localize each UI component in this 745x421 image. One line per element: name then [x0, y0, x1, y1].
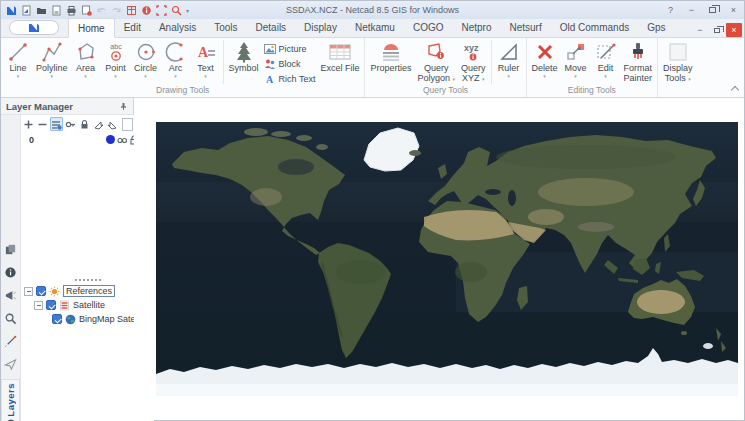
print-icon[interactable]	[65, 4, 77, 16]
symbol-button[interactable]: Symbol	[226, 39, 262, 73]
format-painter-button[interactable]: Format Painter	[621, 39, 656, 83]
megaphone-icon[interactable]	[2, 286, 20, 304]
group-label-editing-tools: Editing Tools	[529, 85, 656, 97]
tab-home[interactable]: Home	[68, 18, 115, 38]
query-xyz-button[interactable]: xyz Query XYZ ▾	[458, 39, 489, 83]
layer-color-dot[interactable]	[106, 135, 115, 144]
qat-dropdown-icon[interactable]: ▾	[185, 7, 189, 14]
zoom-region-icon[interactable]	[170, 4, 182, 16]
redo-icon[interactable]	[110, 4, 122, 16]
ruler-icon	[498, 41, 520, 63]
save-all-icon[interactable]	[80, 4, 92, 16]
properties-button[interactable]: Properties	[367, 39, 414, 73]
svg-text:xyz: xyz	[464, 43, 479, 53]
add-layer-icon[interactable]	[22, 117, 35, 131]
doc-minimize-button[interactable]: −	[692, 23, 708, 37]
query-polygon-button[interactable]: Query Polygon ▾	[414, 39, 458, 83]
app-menu-button[interactable]	[9, 20, 59, 35]
edit-button[interactable]: Edit ▾	[591, 39, 621, 79]
pin-icon[interactable]	[119, 97, 128, 115]
move-button[interactable]: Move ▾	[561, 39, 591, 79]
block-button[interactable]: Block	[264, 57, 316, 70]
block-icon	[264, 58, 276, 70]
tab-display[interactable]: Display	[295, 18, 346, 37]
tab-tools[interactable]: Tools	[205, 18, 246, 37]
point-icon: abc	[105, 41, 127, 63]
circle-button[interactable]: Circle ▾	[131, 39, 161, 79]
select-up-icon[interactable]	[92, 117, 105, 131]
point-button[interactable]: abc Point ▾	[101, 39, 131, 79]
tree-label[interactable]: Satellite	[73, 300, 105, 310]
copy-pages-icon[interactable]	[2, 240, 20, 258]
collapse-box-icon[interactable]	[24, 287, 33, 296]
svg-text:abc: abc	[110, 43, 122, 50]
area-button[interactable]: Area ▾	[71, 39, 101, 79]
close-button[interactable]: ×	[723, 1, 744, 19]
open-folder-icon[interactable]	[35, 4, 47, 16]
doc-restore-icon	[714, 28, 720, 33]
panel-splitter-handle[interactable]	[75, 279, 101, 281]
search-icon[interactable]	[2, 309, 20, 327]
tab-cogo[interactable]: COGO	[404, 18, 453, 37]
tab-details[interactable]: Details	[247, 18, 296, 37]
ruler-button[interactable]: Ruler ▾	[494, 39, 524, 79]
tab-gps[interactable]: Gps	[638, 18, 674, 37]
excel-file-button[interactable]: Excel File	[317, 39, 362, 73]
group-label-drawing-tools: Drawing Tools	[3, 85, 362, 97]
picture-button[interactable]: Picture	[264, 42, 316, 55]
minimize-button[interactable]: −	[681, 1, 702, 19]
undo-icon[interactable]	[95, 4, 107, 16]
table-icon[interactable]	[125, 4, 137, 16]
info-circle-icon[interactable]	[2, 263, 20, 281]
rich-text-button[interactable]: A Rich Text	[264, 72, 316, 85]
doc-restore-button[interactable]	[709, 23, 725, 37]
remove-layer-icon[interactable]	[36, 117, 49, 131]
info-icon[interactable]	[140, 4, 152, 16]
tab-edit[interactable]: Edit	[115, 18, 150, 37]
bingmap-checkbox[interactable]	[52, 314, 62, 324]
blank-box[interactable]	[122, 118, 133, 131]
satellite-checkbox[interactable]	[46, 300, 56, 310]
display-tools-icon	[667, 41, 689, 63]
tree-symbol-icon	[233, 41, 255, 63]
help-button[interactable]: ?	[660, 1, 681, 19]
new-file-icon[interactable]	[20, 4, 32, 16]
tab-analysis[interactable]: Analysis	[150, 18, 205, 37]
ribbon-separator	[223, 40, 224, 84]
lock-icon[interactable]	[78, 117, 91, 131]
references-checkbox[interactable]	[36, 286, 46, 296]
glasses-icon[interactable]	[117, 135, 127, 145]
move-icon	[565, 41, 587, 63]
tab-netpro[interactable]: Netpro	[452, 18, 500, 37]
text-button[interactable]: A Text ▾	[191, 39, 221, 79]
key-icon[interactable]	[64, 117, 77, 131]
arc-button[interactable]: Arc ▾	[161, 39, 191, 79]
sketch-icon[interactable]	[2, 332, 20, 350]
group-label-query-tools: Query Tools	[367, 85, 523, 97]
delete-button[interactable]: Delete ▾	[529, 39, 561, 79]
display-tools-button[interactable]: Display Tools ▾	[660, 39, 696, 83]
map-document-area	[134, 98, 744, 420]
tree-label[interactable]: References	[63, 285, 115, 297]
save-icon[interactable]	[50, 4, 62, 16]
layer-manager-title: Layer Manager	[6, 101, 119, 112]
netcad-logo-icon[interactable]	[5, 4, 17, 16]
restore-button[interactable]	[702, 1, 723, 19]
doc-close-button[interactable]: ×	[726, 23, 742, 37]
line-button[interactable]: Line ▾	[3, 39, 33, 79]
tab-netsurf[interactable]: Netsurf	[501, 18, 551, 37]
send-icon[interactable]	[2, 355, 20, 373]
select-down-icon[interactable]	[106, 117, 119, 131]
collapse-ribbon-chevron-icon[interactable]	[731, 86, 739, 94]
tab-netkamu[interactable]: Netkamu	[346, 18, 404, 37]
polyline-icon	[41, 41, 63, 63]
select-region-icon[interactable]	[155, 4, 167, 16]
delete-x-icon	[534, 41, 556, 63]
world-map-canvas[interactable]	[156, 122, 738, 396]
collapse-box-icon[interactable]	[34, 301, 43, 310]
main-area: Layer Manager Layers	[1, 98, 744, 420]
tab-old-commands[interactable]: Old Commands	[551, 18, 638, 37]
layer-list-icon[interactable]	[50, 117, 63, 131]
polyline-button[interactable]: Polyline ▾	[33, 39, 71, 79]
layers-side-tab[interactable]: Layers	[1, 379, 20, 421]
